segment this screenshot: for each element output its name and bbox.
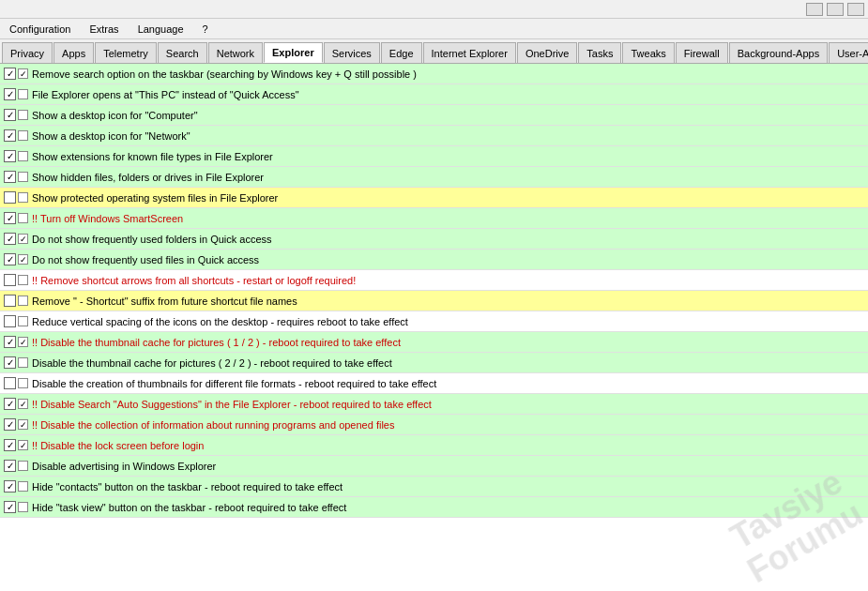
checkbox-primary[interactable] xyxy=(4,109,16,121)
checkbox-primary[interactable] xyxy=(4,460,16,472)
tab-onedrive[interactable]: OneDrive xyxy=(517,42,577,63)
checkbox-primary[interactable] xyxy=(4,501,16,513)
tab-apps[interactable]: Apps xyxy=(53,42,94,63)
tab-edge[interactable]: Edge xyxy=(381,42,422,63)
table-row: Remove search option on the taskbar (sea… xyxy=(0,64,868,84)
checkbox-primary[interactable] xyxy=(4,150,16,162)
row-label: Hide "contacts" button on the taskbar - … xyxy=(32,481,343,492)
table-row: !! Remove shortcut arrows from all short… xyxy=(0,270,868,291)
checkbox-secondary[interactable] xyxy=(18,130,28,141)
checkbox-primary[interactable] xyxy=(4,274,16,286)
checkbox-group xyxy=(4,439,28,451)
checkbox-primary[interactable] xyxy=(4,171,16,183)
checkbox-secondary[interactable] xyxy=(18,440,28,450)
table-row: Show hidden files, folders or drives in … xyxy=(0,167,868,188)
table-row: Remove " - Shortcut" suffix from future … xyxy=(0,291,868,311)
checkbox-primary[interactable] xyxy=(4,253,16,265)
menu-item-language[interactable]: Language xyxy=(132,22,190,37)
menu-item-?[interactable]: ? xyxy=(197,22,214,37)
tab-firewall[interactable]: Firewall xyxy=(676,42,728,63)
checkbox-secondary[interactable] xyxy=(18,461,28,471)
checkbox-secondary[interactable] xyxy=(18,419,28,430)
checkbox-primary[interactable] xyxy=(4,212,16,224)
checkbox-secondary[interactable] xyxy=(18,378,28,388)
row-label: Do not show frequently used files in Qui… xyxy=(32,254,259,265)
checkbox-secondary[interactable] xyxy=(18,110,28,120)
checkbox-secondary[interactable] xyxy=(18,316,28,326)
table-row: Show extensions for known file types in … xyxy=(0,146,868,167)
checkbox-secondary[interactable] xyxy=(18,68,28,79)
tab-privacy[interactable]: Privacy xyxy=(2,42,53,63)
menu-item-configuration[interactable]: Configuration xyxy=(4,22,76,37)
checkbox-primary[interactable] xyxy=(4,129,16,142)
row-label: Remove search option on the taskbar (sea… xyxy=(32,68,417,80)
checkbox-primary[interactable] xyxy=(4,480,16,492)
maximize-button[interactable] xyxy=(827,3,844,16)
minimize-button[interactable] xyxy=(806,3,823,16)
checkbox-secondary[interactable] xyxy=(18,275,28,285)
row-label: Disable the thumbnail cache for pictures… xyxy=(32,357,392,369)
menu-bar: ConfigurationExtrasLanguage? xyxy=(0,19,868,39)
content-area: Remove search option on the taskbar (sea… xyxy=(0,64,868,591)
checkbox-primary[interactable] xyxy=(4,377,16,389)
table-row: Show a desktop icon for "Network" xyxy=(0,126,868,146)
checkbox-primary[interactable] xyxy=(4,295,16,307)
tab-services[interactable]: Services xyxy=(324,42,380,63)
checkbox-secondary[interactable] xyxy=(18,192,28,203)
table-row: Do not show frequently used folders in Q… xyxy=(0,229,868,250)
checkbox-primary[interactable] xyxy=(4,418,16,431)
checkbox-primary[interactable] xyxy=(4,88,16,100)
table-row: !! Turn off Windows SmartScreen xyxy=(0,208,868,229)
checkbox-primary[interactable] xyxy=(4,191,16,204)
tab-user-apps[interactable]: User-Apps xyxy=(829,42,868,63)
table-row: Show protected operating system files in… xyxy=(0,188,868,208)
checkbox-secondary[interactable] xyxy=(18,172,28,182)
row-label: Show hidden files, folders or drives in … xyxy=(32,172,264,183)
checkbox-secondary[interactable] xyxy=(18,357,28,368)
checkbox-group xyxy=(4,88,28,100)
checkbox-secondary[interactable] xyxy=(18,151,28,161)
checkbox-secondary[interactable] xyxy=(18,296,28,306)
checkbox-primary[interactable] xyxy=(4,439,16,451)
row-label: Show a desktop icon for "Computer" xyxy=(32,110,198,121)
checkbox-group xyxy=(4,336,28,348)
checkbox-group xyxy=(4,150,28,162)
table-row: Hide "task view" button on the taskbar -… xyxy=(0,497,868,518)
checkbox-secondary[interactable] xyxy=(18,502,28,512)
tab-search[interactable]: Search xyxy=(158,42,207,63)
checkbox-primary[interactable] xyxy=(4,356,16,369)
tab-background-apps[interactable]: Background-Apps xyxy=(729,42,828,63)
checkbox-group xyxy=(4,253,28,265)
checkbox-secondary[interactable] xyxy=(18,481,28,492)
checkbox-group xyxy=(4,295,28,307)
tab-telemetry[interactable]: Telemetry xyxy=(95,42,157,63)
tab-tweaks[interactable]: Tweaks xyxy=(622,42,674,63)
row-label: !! Disable the thumbnail cache for pictu… xyxy=(32,337,401,348)
row-label: !! Turn off Windows SmartScreen xyxy=(32,213,183,224)
tab-bar: PrivacyAppsTelemetrySearchNetworkExplore… xyxy=(0,39,868,64)
checkbox-secondary[interactable] xyxy=(18,337,28,347)
checkbox-group xyxy=(4,315,28,327)
tab-tasks[interactable]: Tasks xyxy=(578,42,621,63)
table-row: Hide "contacts" button on the taskbar - … xyxy=(0,477,868,497)
table-row: File Explorer opens at "This PC" instead… xyxy=(0,84,868,105)
checkbox-secondary[interactable] xyxy=(18,234,28,244)
checkbox-primary[interactable] xyxy=(4,68,16,80)
checkbox-secondary[interactable] xyxy=(18,213,28,223)
table-row: !! Disable the lock screen before login xyxy=(0,435,868,456)
checkbox-primary[interactable] xyxy=(4,398,16,410)
tab-internet-explorer[interactable]: Internet Explorer xyxy=(423,42,516,63)
row-label: Disable the creation of thumbnails for d… xyxy=(32,378,436,389)
checkbox-secondary[interactable] xyxy=(18,399,28,409)
checkbox-secondary[interactable] xyxy=(18,254,28,265)
tab-explorer[interactable]: Explorer xyxy=(264,42,323,63)
close-button[interactable] xyxy=(847,3,864,16)
checkbox-primary[interactable] xyxy=(4,336,16,348)
checkbox-primary[interactable] xyxy=(4,315,16,327)
menu-item-extras[interactable]: Extras xyxy=(84,22,124,37)
table-row: Show a desktop icon for "Computer" xyxy=(0,105,868,126)
checkbox-group xyxy=(4,191,28,204)
checkbox-secondary[interactable] xyxy=(18,89,28,99)
checkbox-primary[interactable] xyxy=(4,233,16,245)
tab-network[interactable]: Network xyxy=(208,42,263,63)
